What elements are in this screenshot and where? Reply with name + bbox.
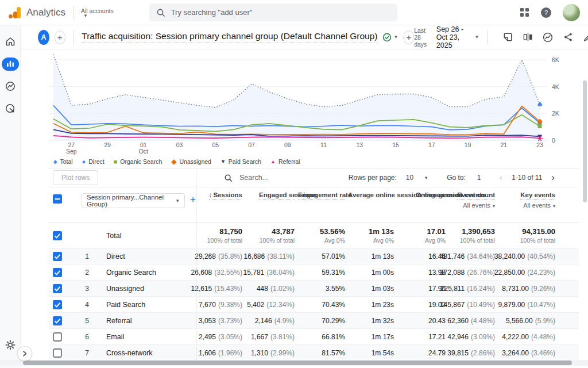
column-header-online-session-events[interactable]: Online session events (399, 187, 450, 223)
add-dimension-button[interactable]: + (190, 193, 196, 206)
sidebar-item-admin[interactable] (5, 339, 16, 353)
chevron-down-icon[interactable]: ▼ (394, 34, 399, 40)
rows-per-page-select[interactable]: 10 (406, 174, 413, 182)
metric-cell: 57.01% (299, 248, 350, 264)
legend-label: Direct (88, 158, 104, 165)
table-row[interactable]: 1Direct29,268(35.8%)16,686(38.11%)57.01%… (49, 248, 579, 264)
date-range-picker[interactable]: Sep 26 - Oct 23, 2025 (436, 25, 470, 49)
target-icon (5, 103, 16, 114)
help-icon[interactable]: ? (541, 7, 551, 18)
table-row[interactable]: 4Paid Search7,670(9.38%)5,402(12.34%)70.… (49, 297, 579, 313)
account-switcher[interactable]: All accounts ▼ (81, 7, 114, 18)
row-checkbox[interactable] (53, 332, 62, 342)
column-header-engaged-sessions[interactable]: Engaged sessions (247, 187, 299, 223)
column-header-sessions[interactable]: ↓Sessions (196, 187, 247, 223)
horizontal-scrollbar[interactable] (0, 360, 588, 366)
svg-text:23: 23 (536, 141, 543, 148)
column-header-key-events[interactable]: Key eventsAll events▾ (500, 187, 579, 223)
table-search-input[interactable]: Search... Rows per page: 10 ▼ Go to: 1 ‹… (196, 168, 579, 187)
table-row[interactable]: 2Organic Search26,608(32.55%)15,781(36.0… (49, 264, 579, 281)
row-checkbox[interactable] (53, 284, 62, 293)
row-number: 5 (80, 317, 89, 325)
column-header-event-count[interactable]: Event countAll events▾ (450, 187, 500, 223)
insights-icon[interactable] (540, 30, 555, 45)
metric-filter-select[interactable]: All events▾ (523, 202, 555, 209)
svg-text:19: 19 (465, 141, 471, 148)
metric-cell: 62,360(4.48%) (450, 313, 500, 328)
table-row[interactable]: 3Unassigned12,615(15.43%)448(1.02%)3.55%… (49, 281, 579, 297)
comparison-icon[interactable] (520, 30, 535, 45)
share-icon[interactable] (560, 30, 575, 45)
row-checkbox[interactable] (53, 300, 62, 309)
sidebar-item-reports[interactable] (2, 57, 19, 71)
svg-text:Sep: Sep (66, 148, 77, 155)
notes-icon[interactable] (500, 30, 515, 45)
column-header-average-online-session-engagement[interactable]: Average online session engagement (350, 187, 399, 223)
plot-rows-button[interactable]: Plot rows (53, 170, 98, 185)
legend-item: ♠Total (53, 158, 73, 165)
row-number: 1 (80, 252, 89, 260)
table-row[interactable]: 6Email2,495(3.05%)1,667(3.81%)66.81%1m 1… (49, 329, 579, 345)
report-title[interactable]: Traffic acquisition: Session primary cha… (82, 31, 377, 43)
add-report-button[interactable]: + (403, 30, 414, 44)
scrollbar-thumb[interactable] (23, 361, 572, 365)
legend-marker-icon: ■ (114, 159, 118, 164)
pagination-range: 1-10 of 11 (512, 174, 542, 182)
row-checkbox[interactable] (53, 268, 62, 277)
global-search-input[interactable]: Try searching "add user" (149, 3, 397, 21)
column-header-engagement-rate[interactable]: Engagement rate (299, 187, 350, 223)
metric-total-cell: 81,750100% of total (196, 223, 247, 248)
metric-filter-select[interactable]: All events▾ (463, 202, 495, 209)
select-all-checkbox[interactable] (53, 194, 62, 204)
saved-check-icon[interactable] (382, 33, 392, 42)
apps-grid-icon[interactable] (520, 8, 529, 17)
metric-cell: 22,850.00(24.23%) (500, 264, 579, 280)
go-to-page-input[interactable]: 1 (477, 174, 481, 182)
metric-total-cell: 53.56%Avg 0% (299, 223, 350, 248)
metric-cell: 1m 00s (350, 264, 399, 280)
svg-text:09: 09 (284, 141, 291, 148)
report-content: 6K4K2K0♠27Sep2901Oct03050709111315171921… (21, 49, 588, 368)
channel-name: Cross-network (106, 349, 153, 357)
date-preset-label: Last 28 days (414, 27, 431, 48)
legend-marker-icon: ● (82, 159, 86, 164)
sidebar-item-advertising[interactable] (2, 102, 19, 116)
legend-item: ◆Unassigned (171, 158, 211, 165)
row-checkbox[interactable] (53, 348, 62, 358)
metric-cell: 225,811(16.24%) (450, 281, 500, 296)
row-checkbox[interactable] (53, 252, 62, 261)
sidebar-item-explore[interactable] (2, 79, 19, 93)
column-header-label: Key events (520, 191, 555, 200)
table-body: Total81,750100% of total43,787100% of to… (49, 223, 579, 361)
row-checkbox[interactable] (53, 316, 62, 325)
legend-label: Organic Search (120, 158, 162, 165)
workspace-avatar[interactable]: A (38, 30, 49, 45)
analytics-logo[interactable]: Analytics (0, 6, 65, 20)
previous-page-icon[interactable]: ‹ (500, 172, 503, 183)
metric-cell: 1m 23s (350, 297, 399, 312)
metric-cell: 481,746(34.64%) (450, 248, 500, 264)
dimension-selector[interactable]: Session primary...Channel Group) ▼ (82, 193, 185, 208)
metric-cell: 12,615(15.43%) (196, 281, 247, 296)
row-number: 6 (80, 333, 89, 341)
table-row[interactable]: 7Cross-network1,606(1.96%)1,310(2.99%)81… (49, 345, 579, 361)
metric-cell: 7,670(9.38%) (196, 297, 247, 312)
metric-cell: 70.29% (299, 313, 350, 328)
chevron-down-icon: ▼ (83, 14, 88, 18)
svg-text:29: 29 (104, 141, 111, 148)
next-page-icon[interactable]: › (551, 172, 555, 183)
row-checkbox[interactable] (53, 231, 62, 240)
metric-cell: 5,566.00(5.9%) (500, 313, 579, 328)
table-row[interactable]: 5Referral3,053(3.73%)2,146(4.9%)70.29%1m… (49, 313, 579, 329)
chevron-down-icon[interactable]: ▼ (424, 175, 428, 181)
add-comparison-button[interactable]: + (55, 30, 65, 44)
vertical-scrollbar[interactable] (583, 80, 587, 202)
sidebar-item-home[interactable] (2, 34, 19, 48)
metric-total-cell: 94,315.00100% of total (500, 223, 579, 248)
customize-report-icon[interactable] (581, 30, 588, 45)
metric-total-cell: 1m 13sAvg 0% (350, 223, 399, 248)
chevron-down-icon[interactable]: ▼ (475, 34, 479, 40)
user-avatar[interactable] (563, 4, 580, 21)
metric-cell: 1m 17s (350, 329, 399, 344)
expand-sidebar-button[interactable] (17, 346, 32, 361)
